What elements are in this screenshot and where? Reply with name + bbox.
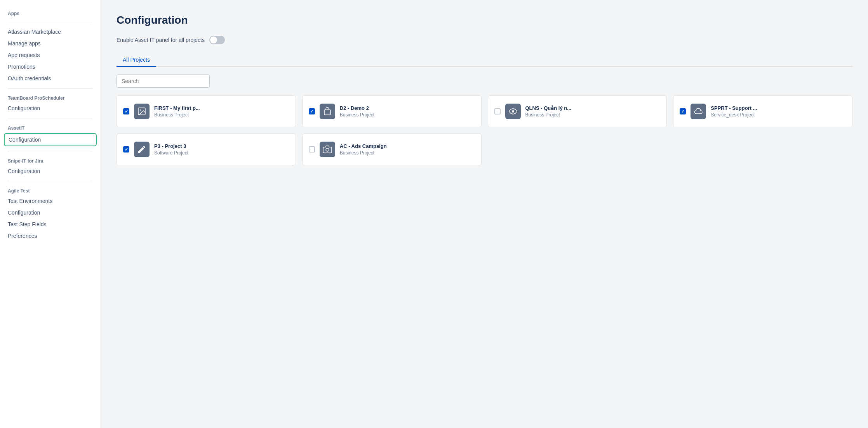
sidebar-item-oauth[interactable]: OAuth credentials (0, 73, 101, 84)
project-type-spprt: Service_desk Project (711, 112, 757, 118)
apps-section-label: Apps (0, 8, 101, 18)
project-icon-spprt (691, 104, 706, 119)
sidebar-divider-2 (8, 88, 93, 88)
svg-point-3 (512, 110, 514, 113)
project-checkbox-qlns[interactable] (494, 108, 501, 114)
project-name-ac: AC - Ads Campaign (340, 143, 387, 149)
sidebar-item-test-environments[interactable]: Test Environments (0, 195, 101, 207)
project-card-first[interactable]: FIRST - My first p...Business Project (117, 95, 296, 127)
project-checkbox-ac[interactable] (309, 146, 315, 152)
project-info-first: FIRST - My first p...Business Project (154, 105, 200, 118)
enable-asset-toggle[interactable] (209, 36, 225, 44)
project-name-p3: P3 - Project 3 (154, 143, 188, 149)
project-card-qlns[interactable]: QLNS - Quản lý n...Business Project (488, 95, 667, 127)
sidebar-divider-3 (8, 118, 93, 118)
sidebar-item-atlassian-marketplace[interactable]: Atlassian Marketplace (0, 26, 101, 38)
sidebar-item-test-step-fields[interactable]: Test Step Fields (0, 218, 101, 230)
main-content: Configuration Enable Asset IT panel for … (101, 0, 868, 428)
project-icon-first (134, 104, 150, 119)
tab-all-projects[interactable]: All Projects (117, 54, 156, 67)
sidebar-item-agile-config[interactable]: Configuration (0, 207, 101, 218)
project-info-ac: AC - Ads CampaignBusiness Project (340, 143, 387, 156)
sidebar-item-teamboard-config[interactable]: Configuration (0, 102, 101, 114)
snipe-section-label: Snipe-IT for Jira (0, 155, 101, 165)
page-title: Configuration (117, 14, 852, 26)
project-name-qlns: QLNS - Quản lý n... (525, 105, 572, 111)
project-icon-d2 (320, 104, 335, 119)
project-card-ac[interactable]: AC - Ads CampaignBusiness Project (302, 133, 482, 165)
project-info-d2: D2 - Demo 2Business Project (340, 105, 374, 118)
project-type-d2: Business Project (340, 112, 374, 118)
project-info-qlns: QLNS - Quản lý n...Business Project (525, 105, 572, 118)
project-name-d2: D2 - Demo 2 (340, 105, 374, 111)
toggle-row: Enable Asset IT panel for all projects (117, 36, 852, 44)
svg-point-4 (326, 148, 329, 151)
project-info-p3: P3 - Project 3Software Project (154, 143, 188, 156)
project-type-ac: Business Project (340, 150, 387, 156)
toggle-label: Enable Asset IT panel for all projects (117, 37, 205, 43)
project-checkbox-d2[interactable] (309, 108, 315, 114)
sidebar-item-snipe-config[interactable]: Configuration (0, 165, 101, 177)
project-icon-qlns (505, 104, 521, 119)
sidebar-item-promotions[interactable]: Promotions (0, 61, 101, 73)
agile-section-label: Agile Test (0, 185, 101, 195)
projects-grid: FIRST - My first p...Business ProjectD2 … (117, 95, 852, 165)
assetit-section-label: AssetIT (0, 122, 101, 132)
project-card-spprt[interactable]: SPPRT - Support ...Service_desk Project (673, 95, 852, 127)
project-card-d2[interactable]: D2 - Demo 2Business Project (302, 95, 482, 127)
tabs-bar: All Projects (117, 54, 852, 67)
sidebar-item-preferences[interactable]: Preferences (0, 230, 101, 242)
sidebar-item-app-requests[interactable]: App requests (0, 49, 101, 61)
project-card-p3[interactable]: P3 - Project 3Software Project (117, 133, 296, 165)
sidebar-divider-4 (8, 151, 93, 151)
project-checkbox-p3[interactable] (123, 146, 129, 152)
project-checkbox-spprt[interactable] (680, 108, 686, 114)
sidebar-divider-5 (8, 181, 93, 181)
project-type-qlns: Business Project (525, 112, 572, 118)
teamboard-section-label: TeamBoard ProScheduler (0, 92, 101, 102)
project-checkbox-first[interactable] (123, 108, 129, 114)
sidebar: Apps Atlassian Marketplace Manage apps A… (0, 0, 101, 428)
project-type-p3: Software Project (154, 150, 188, 156)
sidebar-item-assetit-config[interactable]: Configuration (4, 133, 97, 146)
sidebar-item-manage-apps[interactable]: Manage apps (0, 38, 101, 49)
svg-point-1 (140, 109, 141, 111)
project-info-spprt: SPPRT - Support ...Service_desk Project (711, 105, 757, 118)
project-icon-p3 (134, 142, 150, 157)
search-input[interactable] (117, 75, 210, 88)
svg-rect-2 (324, 110, 331, 115)
project-name-spprt: SPPRT - Support ... (711, 105, 757, 111)
project-type-first: Business Project (154, 112, 200, 118)
project-name-first: FIRST - My first p... (154, 105, 200, 111)
sidebar-divider-1 (8, 22, 93, 22)
project-icon-ac (320, 142, 335, 157)
